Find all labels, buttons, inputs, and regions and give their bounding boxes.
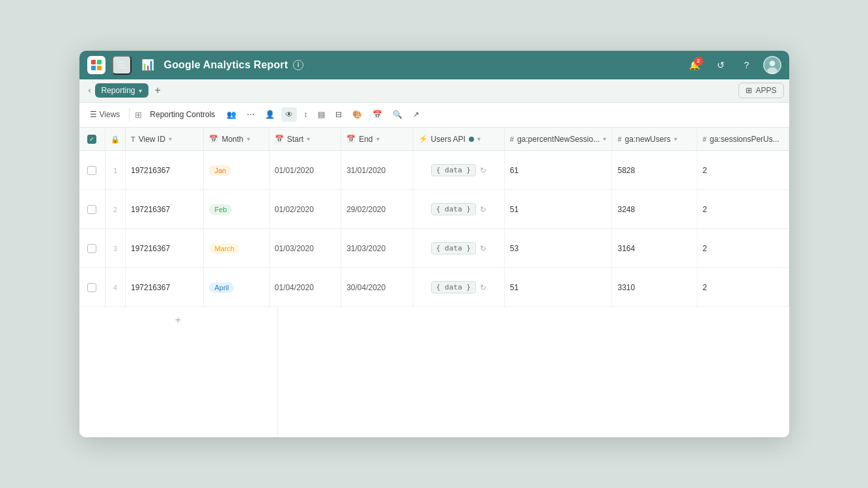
col-header-percent-new[interactable]: # ga:percentNewSessio... ▾: [505, 128, 612, 151]
col-label-users-api: Users API: [431, 135, 466, 144]
sort-icon-users-api[interactable]: ▾: [477, 135, 481, 142]
page-title: Google Analytics Report i: [164, 59, 679, 71]
help-button[interactable]: ?: [737, 55, 757, 75]
table-container: 🔒 T View ID ▾ 📅 Month ▾: [79, 128, 789, 438]
row-start-4: 01/04/2020: [269, 268, 341, 307]
add-row-section: +: [79, 307, 789, 437]
month-tag-4: April: [209, 282, 234, 293]
apps-button[interactable]: ⊞ APPS: [738, 83, 783, 98]
more-options-button[interactable]: ⋯: [243, 107, 259, 122]
filter-button[interactable]: ⊟: [331, 107, 346, 122]
row-num-cell-4: 4: [105, 268, 126, 307]
month-tag-3: March: [209, 243, 240, 254]
row-checkbox-4[interactable]: [87, 283, 96, 292]
row-month-3: March: [204, 229, 269, 268]
row-checkbox-cell: [79, 151, 105, 190]
row-num-cell-3: 3: [105, 229, 126, 268]
col-label-month: Month: [221, 135, 243, 144]
sort-icon-month[interactable]: ▾: [247, 135, 250, 142]
row-checkbox-1[interactable]: [87, 166, 96, 175]
col-type-lightning-icon: ⚡: [419, 135, 428, 143]
views-button[interactable]: ☰ Views: [86, 107, 124, 122]
tab-reporting[interactable]: Reporting ▾: [95, 83, 148, 98]
app-logo: [87, 56, 105, 74]
toolbar: ☰ Views ⊞ Reporting Controls 👥 ⋯ 👤 👁 ↕ ▤…: [79, 103, 789, 128]
share-button[interactable]: ↗: [409, 107, 423, 122]
empty-area: [278, 307, 789, 437]
row-percent-new-2: 51: [505, 190, 612, 229]
row-end-2: 29/02/2020: [341, 190, 413, 229]
col-header-new-users[interactable]: # ga:newUsers ▾: [612, 128, 697, 151]
palette-icon: 🎨: [352, 110, 362, 119]
search-button[interactable]: 🔍: [389, 107, 406, 122]
col-header-lock: 🔒: [105, 128, 126, 151]
sort-icon-view-id[interactable]: ▾: [169, 135, 172, 142]
sort-icon-new-users[interactable]: ▾: [674, 135, 677, 142]
col-header-start[interactable]: 📅 Start ▾: [269, 128, 341, 151]
people-count-button[interactable]: 👥: [223, 107, 240, 122]
more-dots-icon: ⋯: [247, 110, 255, 119]
tab-reporting-label: Reporting: [102, 86, 135, 95]
row-month-1: Jan: [204, 151, 269, 190]
table-row: 4 197216367 April 01/04/2020 30/04/2020 …: [79, 268, 789, 307]
refresh-icon-2[interactable]: ↻: [480, 205, 486, 214]
lock-icon: 🔒: [111, 135, 120, 143]
col-header-end[interactable]: 📅 End ▾: [341, 128, 413, 151]
row-end-4: 30/04/2020: [341, 268, 413, 307]
history-button[interactable]: ↺: [711, 55, 731, 75]
add-tab-button[interactable]: +: [151, 85, 165, 96]
col-header-sessions-per[interactable]: # ga:sessionsPerUs...: [697, 128, 789, 151]
columns-button[interactable]: ▤: [314, 107, 329, 122]
add-row-button[interactable]: +: [79, 307, 277, 333]
col-header-view-id[interactable]: T View ID ▾: [126, 128, 204, 151]
palette-button[interactable]: 🎨: [348, 107, 366, 122]
month-tag-2: Feb: [209, 204, 232, 215]
header-checkbox[interactable]: [87, 135, 96, 144]
col-type-cal-icon: 📅: [209, 135, 218, 143]
table-row: 1 197216367 Jan 01/01/2020 31/01/2020 { …: [79, 151, 789, 190]
calendar-button[interactable]: 📅: [369, 107, 386, 122]
reporting-controls-button[interactable]: Reporting Controls: [145, 107, 220, 122]
col-type-cal-end-icon: 📅: [346, 135, 356, 143]
row-users-api-3: { data } ↻: [413, 229, 505, 268]
row-view-id-2: 197216367: [126, 190, 204, 229]
refresh-icon-4[interactable]: ↻: [480, 283, 486, 292]
row-height-button[interactable]: ↕: [300, 107, 311, 122]
eye-icon: 👁: [285, 110, 293, 119]
refresh-icon-1[interactable]: ↻: [480, 166, 486, 175]
collapse-button[interactable]: ‹: [85, 83, 95, 98]
row-end-3: 31/03/2020: [341, 229, 413, 268]
col-header-users-api[interactable]: ⚡ Users API ▾: [413, 128, 505, 151]
col-label-start: Start: [287, 135, 303, 144]
add-person-button[interactable]: 👤: [261, 107, 279, 122]
row-num-cell-1: 1: [105, 151, 126, 190]
apps-icon: ⊞: [746, 86, 752, 95]
sort-icon-start[interactable]: ▾: [307, 135, 310, 142]
app-window: ☰ 📊 Google Analytics Report i 🔔 2 ↺ ? ‹: [79, 51, 789, 438]
refresh-icon-3[interactable]: ↻: [480, 244, 486, 253]
avatar[interactable]: [763, 56, 781, 74]
table-row: 3 197216367 March 01/03/2020 31/03/2020 …: [79, 229, 789, 268]
row-start-1: 01/01/2020: [269, 151, 341, 190]
info-icon[interactable]: i: [293, 60, 303, 70]
data-badge-4: { data }: [431, 281, 476, 293]
row-checkbox-2[interactable]: [87, 205, 96, 214]
row-end-1: 31/01/2020: [341, 151, 413, 190]
row-height-icon: ↕: [303, 110, 307, 119]
sort-icon-percent-new[interactable]: ▾: [603, 135, 606, 142]
data-badge-3: { data }: [431, 242, 476, 254]
table-header-row: 🔒 T View ID ▾ 📅 Month ▾: [79, 128, 789, 151]
sort-icon-end[interactable]: ▾: [376, 135, 380, 142]
menu-button[interactable]: ☰: [112, 55, 132, 75]
table-row: 2 197216367 Feb 01/02/2020 29/02/2020 { …: [79, 190, 789, 229]
row-sessions-per-3: 2: [697, 229, 789, 268]
month-tag-1: Jan: [209, 165, 231, 176]
col-header-month[interactable]: 📅 Month ▾: [204, 128, 269, 151]
row-checkbox-3[interactable]: [87, 244, 96, 253]
row-view-id-1: 197216367: [126, 151, 204, 190]
search-icon: 🔍: [393, 110, 402, 119]
hide-fields-button[interactable]: 👁: [281, 107, 297, 122]
apps-label: APPS: [755, 86, 776, 95]
col-label-view-id: View ID: [139, 135, 165, 144]
notification-button[interactable]: 🔔 2: [685, 55, 705, 75]
